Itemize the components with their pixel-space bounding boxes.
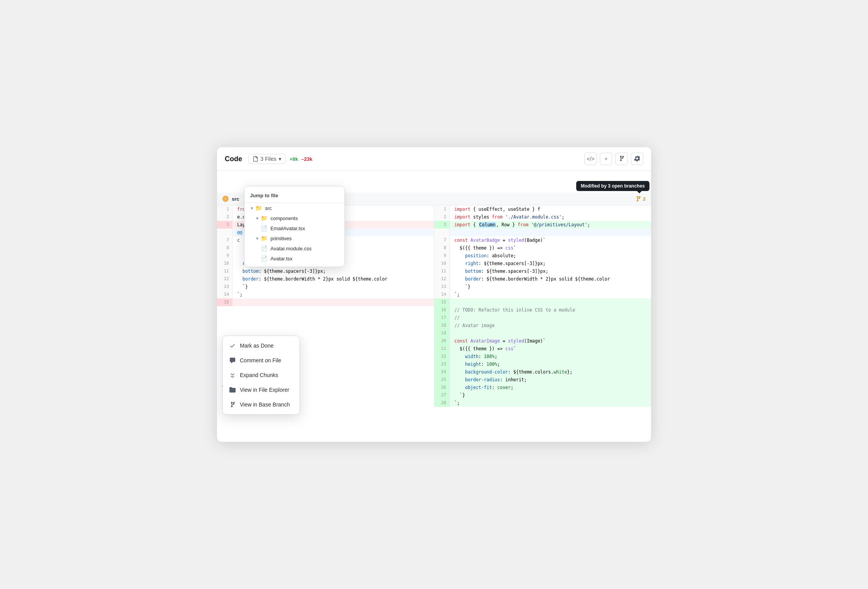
branch-badge[interactable]: 3 Modified by 3 open branches bbox=[635, 196, 646, 202]
code-line: 2 import styles from './Avatar.module.cs… bbox=[434, 213, 651, 221]
add-button[interactable]: ＋ bbox=[600, 153, 612, 165]
code-line-added: 28 `; bbox=[434, 399, 651, 407]
app-container: Code 3 Files ▾ +8k –23k </> ＋ bbox=[217, 147, 651, 442]
header: Code 3 Files ▾ +8k –23k </> ＋ bbox=[217, 147, 651, 171]
settings-icon bbox=[634, 155, 640, 163]
branch-count-icon bbox=[635, 196, 641, 202]
code-line: 12 border: ${theme.borderWidth * 2}px so… bbox=[217, 275, 434, 283]
code-line-added: 25 border-radius: inherit; bbox=[434, 376, 651, 384]
tree-item-components[interactable]: ▼ 📁 components bbox=[245, 213, 344, 223]
view-base-branch-label: View in Base Branch bbox=[240, 401, 290, 408]
comment-icon bbox=[229, 357, 236, 364]
code-line-added: 15 bbox=[434, 298, 651, 306]
code-line-hunk bbox=[434, 229, 651, 236]
deletions-stat: –23k bbox=[301, 156, 312, 162]
tree-item-label: src bbox=[265, 205, 272, 211]
branch-tooltip: Modified by 3 open branches bbox=[576, 181, 649, 191]
view-file-explorer-item[interactable]: View in File Explorer bbox=[223, 382, 300, 397]
code-line-deleted: 15 bbox=[217, 298, 434, 306]
folder-icon: 📁 bbox=[261, 215, 267, 221]
tree-item-primitives[interactable]: ▼ 📁 primitives bbox=[245, 233, 344, 243]
expand-chunks-label: Expand Chunks bbox=[240, 372, 278, 378]
branch-count: 3 bbox=[643, 196, 646, 202]
code-line: 10 right: ${theme.spacers[-3]}px; bbox=[434, 260, 651, 267]
files-count: 3 Files bbox=[260, 156, 276, 162]
code-line-added: 23 height: 100%; bbox=[434, 360, 651, 368]
code-line-added: 3 import { Column, Row } from '@/primiti… bbox=[434, 221, 651, 229]
code-line-added: 20 const AvatarImage = styled(Image)` bbox=[434, 337, 651, 345]
code-line-added: 19 bbox=[434, 329, 651, 337]
code-line: 7 const AvatarBadge = styled(Badge)` bbox=[434, 236, 651, 244]
tree-search-area: Jump to file bbox=[245, 189, 344, 203]
code-line-added: 17 // bbox=[434, 314, 651, 322]
right-code-panel: 1 import { useEffect, useState } f 2 imp… bbox=[434, 205, 651, 407]
tree-item-label: Avatar.module.css bbox=[270, 246, 312, 251]
code-line-added: 21 $({{ theme }) => css` bbox=[434, 345, 651, 353]
code-line: 13 `} bbox=[217, 283, 434, 291]
tree-item-avatarcss[interactable]: 📄 Avatar.module.css bbox=[245, 243, 344, 253]
expand-icon bbox=[229, 372, 236, 379]
plus-icon: ＋ bbox=[603, 155, 609, 162]
code-line: 13 `} bbox=[434, 283, 651, 291]
file-icon: 📄 bbox=[261, 245, 267, 251]
files-badge[interactable]: 3 Files ▾ bbox=[248, 154, 286, 164]
folder-open-icon bbox=[229, 386, 236, 393]
code-line-added: 16 // TODO: Refactor this inline CSS to … bbox=[434, 306, 651, 314]
code-line-added: 18 // Avatar image bbox=[434, 322, 651, 329]
code-line: 12 border: ${theme.borderWidth * 2}px so… bbox=[434, 275, 651, 283]
code-line: 11 bottom: ${theme.spacers[-3]}px; bbox=[217, 267, 434, 275]
chevron-down-icon: ▼ bbox=[255, 216, 259, 220]
code-line-added: 24 background-color: ${theme.colors.whit… bbox=[434, 368, 651, 376]
file-icon: 📄 bbox=[261, 225, 267, 231]
page-title: Code bbox=[225, 155, 242, 163]
settings-button[interactable] bbox=[631, 153, 643, 165]
tree-item-avatartsx[interactable]: 📄 Avatar.tsx bbox=[245, 253, 344, 264]
check-icon bbox=[229, 342, 236, 349]
tree-item-label: Avatar.tsx bbox=[270, 256, 293, 262]
branch-icon bbox=[618, 155, 625, 163]
code-line: 9 position: absolute; bbox=[434, 252, 651, 260]
tree-item-src[interactable]: ▼ 📁 src bbox=[245, 203, 344, 213]
expand-chunks-item[interactable]: Expand Chunks bbox=[223, 368, 300, 382]
view-base-branch-item[interactable]: View in Base Branch bbox=[223, 397, 300, 412]
git-branch-icon bbox=[229, 401, 236, 408]
left-file-name: src bbox=[232, 196, 239, 202]
code-line: 14 `; bbox=[434, 291, 651, 298]
folder-icon: 📁 bbox=[261, 235, 267, 241]
file-status-icon: ! bbox=[222, 196, 229, 202]
tree-item-label: components bbox=[270, 215, 298, 221]
diff-stats: +8k –23k bbox=[289, 156, 312, 162]
code-line: 8 $({{ theme }) => css` bbox=[434, 244, 651, 252]
mark-as-done-item[interactable]: Mark as Done bbox=[223, 338, 300, 353]
chevron-icon: ▾ bbox=[279, 156, 281, 162]
code-view-button[interactable]: </> bbox=[584, 153, 597, 165]
tree-search-label: Jump to file bbox=[250, 193, 278, 198]
comment-on-file-item[interactable]: Comment on File bbox=[223, 353, 300, 368]
code-line-added: 22 width: 100%; bbox=[434, 353, 651, 360]
mark-as-done-label: Mark as Done bbox=[240, 343, 274, 349]
additions-stat: +8k bbox=[289, 156, 298, 162]
comment-on-file-label: Comment on File bbox=[240, 357, 281, 363]
folder-icon: 📁 bbox=[255, 205, 262, 211]
code-icon: </> bbox=[587, 156, 594, 162]
code-line-added: 27 `} bbox=[434, 391, 651, 399]
tree-item-emailavatar[interactable]: 📄 EmailAvatar.tsx bbox=[245, 223, 344, 233]
code-line: 14 `; bbox=[217, 291, 434, 298]
file-icon: 📄 bbox=[261, 255, 267, 262]
context-menu: Mark as Done Comment on File Expand Chun… bbox=[222, 336, 300, 415]
branch-button[interactable] bbox=[615, 153, 628, 165]
code-line-added: 26 object-fit: cover; bbox=[434, 384, 651, 391]
tree-item-label: primitives bbox=[270, 236, 292, 241]
file-icon bbox=[253, 156, 258, 162]
code-line: 1 import { useEffect, useState } f bbox=[434, 205, 651, 213]
view-file-explorer-label: View in File Explorer bbox=[240, 387, 289, 393]
header-actions: </> ＋ bbox=[584, 153, 643, 165]
tree-item-label: EmailAvatar.tsx bbox=[270, 226, 305, 231]
chevron-down-icon: ▼ bbox=[255, 236, 259, 241]
file-tree-dropdown: Jump to file ▼ 📁 src ▼ 📁 components 📄 Em… bbox=[244, 186, 345, 267]
code-line: 11 bottom: ${theme.spacers[-3]}px; bbox=[434, 267, 651, 275]
chevron-down-icon: ▼ bbox=[250, 206, 254, 210]
